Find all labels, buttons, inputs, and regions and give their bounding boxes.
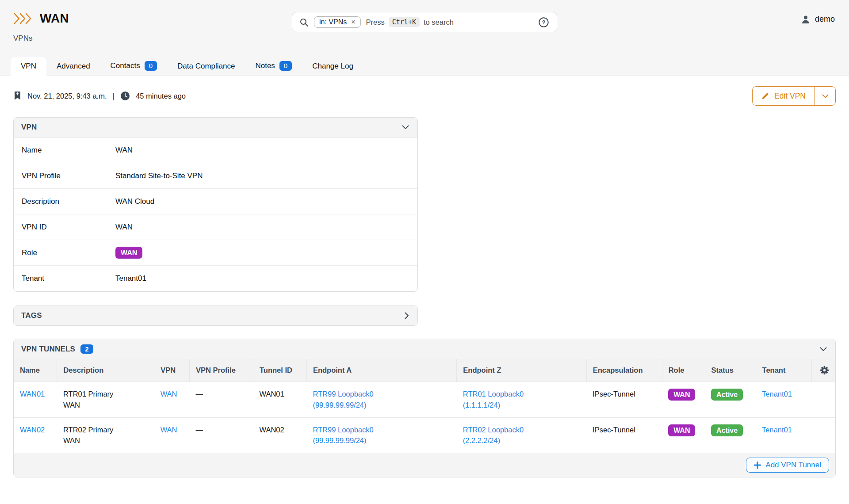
tab-label: Change Log [312, 62, 353, 71]
tab-change-log[interactable]: Change Log [302, 57, 363, 76]
chip-close-icon[interactable]: × [351, 19, 355, 26]
tab-contacts[interactable]: Contacts 0 [100, 56, 167, 76]
logo-chevrons-icon[interactable] [13, 12, 33, 25]
tunnel-encapsulation: IPsec-Tunnel [593, 426, 635, 434]
endpoint-z-link[interactable]: RTR02 Loopback0 (2.2.2.2/24) [463, 424, 556, 447]
plus-icon [754, 462, 761, 469]
tab-count-badge: 0 [279, 61, 292, 71]
attr-label: Description [14, 197, 115, 206]
vpn-profile-link[interactable]: Standard Site-to-Site VPN [115, 172, 203, 180]
created-date: Nov. 21, 2025, 9:43 a.m. [27, 92, 107, 100]
chevron-down-icon [822, 94, 829, 98]
user-icon [801, 15, 810, 24]
ctrl-k-shortcut: Ctrl+K [389, 17, 420, 27]
tab-vpn[interactable]: VPN [11, 57, 46, 76]
collapse-toggle[interactable] [401, 124, 410, 130]
brand: WAN [13, 11, 69, 26]
tab-label: VPN [21, 62, 36, 71]
tunnel-description: RTR01 Primary WAN [63, 389, 124, 411]
vpn-tunnels-card: VPN TUNNELS 2 Name Description [13, 339, 836, 477]
vpn-card-title: VPN [21, 123, 37, 132]
add-vpn-tunnel-button[interactable]: Add VPN Tunnel [746, 458, 829, 473]
chevron-down-icon [402, 125, 409, 130]
tunnel-tenant-link[interactable]: Tenant01 [762, 426, 792, 434]
col-encapsulation[interactable]: Encapsulation [586, 359, 662, 382]
vpn-card-header: VPN [14, 118, 417, 137]
tunnel-description: RTR02 Primary WAN [63, 424, 124, 447]
gear-icon[interactable] [820, 366, 829, 375]
attr-row-vpn-id: VPN ID WAN [14, 214, 417, 240]
collapse-toggle[interactable] [819, 346, 828, 352]
tunnel-row: WAN01 RTR01 Primary WAN WAN — WAN01 RTR9… [14, 382, 835, 418]
main-content: Nov. 21, 2025, 9:43 a.m. | 45 minutes ag… [0, 86, 849, 477]
page-title: WAN [40, 11, 69, 26]
role-badge[interactable]: WAN [115, 247, 142, 259]
global-search[interactable]: in: VPNs × Press Ctrl+K to search ? [292, 12, 557, 32]
attr-value: WAN Cloud [115, 197, 154, 206]
col-vpn[interactable]: VPN [154, 359, 190, 382]
col-name[interactable]: Name [14, 359, 57, 382]
col-endpoint-z[interactable]: Endpoint Z [457, 359, 586, 382]
attr-row-vpn-profile: VPN Profile Standard Site-to-Site VPN [14, 163, 417, 189]
tunnel-vpn-profile: — [196, 390, 203, 398]
tunnel-vpn-link[interactable]: WAN [161, 390, 177, 398]
attr-row-role: Role WAN [14, 240, 417, 266]
breadcrumb[interactable]: VPNs [13, 34, 32, 43]
attr-value: WAN [115, 146, 133, 155]
endpoint-z-link[interactable]: RTR01 Loopback0 (1.1.1.1/24) [463, 389, 556, 411]
tab-advanced[interactable]: Advanced [46, 57, 100, 76]
tunnel-name-link[interactable]: WAN01 [20, 390, 45, 398]
edit-vpn-button[interactable]: Edit VPN [753, 87, 815, 105]
tunnel-vpn-link[interactable]: WAN [161, 426, 177, 434]
status-badge[interactable]: Active [711, 424, 743, 436]
endpoint-a-link[interactable]: RTR99 Loopback0 (99.99.99.99/24) [313, 424, 405, 447]
tab-notes[interactable]: Notes 0 [245, 56, 302, 76]
tunnel-name-link[interactable]: WAN02 [20, 426, 45, 434]
role-badge[interactable]: WAN [668, 389, 695, 401]
col-tunnel-id[interactable]: Tunnel ID [253, 359, 306, 382]
vpn-tunnels-title: VPN TUNNELS 2 [21, 344, 93, 354]
col-endpoint-a[interactable]: Endpoint A [306, 359, 456, 382]
col-role[interactable]: Role [662, 359, 705, 382]
col-description[interactable]: Description [57, 359, 154, 382]
vpn-detail-card: VPN Name WAN VPN Profile Standard Site-t… [13, 117, 418, 292]
edit-vpn-label: Edit VPN [774, 92, 806, 101]
bookmark-icon[interactable] [13, 91, 22, 101]
tunnels-card-footer: Add VPN Tunnel [14, 453, 835, 477]
user-menu[interactable]: demo [801, 15, 835, 24]
search-icon [299, 18, 309, 27]
endpoint-a-link[interactable]: RTR99 Loopback0 (99.99.99.99/24) [313, 389, 405, 411]
search-filter-chip[interactable]: in: VPNs × [314, 16, 361, 28]
top-bar: WAN VPNs in: VPNs × Press Ctrl+K to sear… [0, 0, 849, 76]
add-vpn-tunnel-label: Add VPN Tunnel [765, 461, 821, 470]
tab-data-compliance[interactable]: Data Compliance [167, 57, 245, 76]
vpn-tunnels-header: VPN TUNNELS 2 [14, 339, 835, 359]
col-tenant[interactable]: Tenant [756, 359, 812, 382]
attr-label: Name [14, 146, 115, 155]
role-badge[interactable]: WAN [668, 424, 695, 436]
tags-card-header[interactable]: TAGS [14, 306, 417, 325]
tab-label: Contacts [111, 61, 140, 70]
tab-label: Advanced [57, 62, 90, 71]
tunnel-id: WAN01 [259, 390, 284, 398]
tunnel-tenant-link[interactable]: Tenant01 [762, 390, 792, 398]
tenant-link[interactable]: Tenant01 [115, 274, 146, 283]
status-badge[interactable]: Active [711, 389, 743, 401]
attr-label: Tenant [14, 274, 115, 283]
expand-toggle[interactable] [404, 311, 410, 320]
edit-vpn-split-button: Edit VPN [752, 86, 836, 106]
last-updated: 45 minutes ago [136, 92, 186, 100]
edit-vpn-dropdown-toggle[interactable] [815, 87, 835, 105]
tags-card-title: TAGS [21, 311, 42, 320]
attr-label: VPN ID [14, 223, 115, 232]
attr-row-tenant: Tenant Tenant01 [14, 266, 417, 291]
vpn-tunnels-title-text: VPN TUNNELS [21, 345, 75, 354]
table-header-row: Name Description VPN VPN Profile Tunnel … [14, 359, 835, 382]
col-vpn-profile[interactable]: VPN Profile [190, 359, 253, 382]
attr-label: VPN Profile [14, 172, 115, 180]
search-press-label: Press [366, 18, 385, 27]
meta-separator: | [112, 92, 115, 101]
object-timestamps: Nov. 21, 2025, 9:43 a.m. | 45 minutes ag… [13, 91, 186, 101]
help-icon[interactable]: ? [538, 16, 550, 28]
col-status[interactable]: Status [705, 359, 756, 382]
